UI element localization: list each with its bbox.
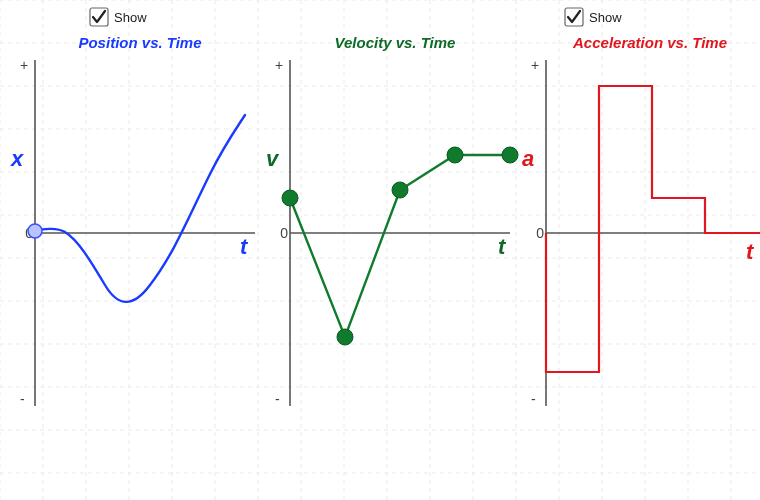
acceleration-xlabel: t [746, 239, 755, 264]
show-label: Show [589, 10, 622, 25]
velocity-plus: + [275, 57, 283, 73]
velocity-point[interactable] [392, 182, 408, 198]
acceleration-panel: Show Acceleration vs. Time + - 0 a t [522, 8, 760, 407]
position-minus: - [20, 391, 25, 407]
show-label: Show [114, 10, 147, 25]
acceleration-minus: - [531, 391, 536, 407]
position-xlabel: t [240, 234, 249, 259]
show-checkbox-acceleration[interactable]: Show [565, 8, 622, 26]
position-plus: + [20, 57, 28, 73]
acceleration-title: Acceleration vs. Time [572, 34, 727, 51]
velocity-zero: 0 [280, 225, 288, 241]
velocity-point[interactable] [337, 329, 353, 345]
position-title: Position vs. Time [78, 34, 201, 51]
velocity-title: Velocity vs. Time [335, 34, 456, 51]
velocity-ylabel: v [266, 146, 280, 171]
velocity-panel: Velocity vs. Time + - 0 v t [266, 34, 518, 407]
velocity-axes [290, 60, 510, 406]
kinematics-charts: Show Position vs. Time + - 0 x t Velocit… [0, 0, 760, 500]
velocity-minus: - [275, 391, 280, 407]
show-checkbox-position[interactable]: Show [90, 8, 147, 26]
acceleration-plus: + [531, 57, 539, 73]
velocity-point[interactable] [282, 190, 298, 206]
background-grid [0, 0, 760, 500]
velocity-point[interactable] [447, 147, 463, 163]
acceleration-ylabel: a [522, 146, 534, 171]
position-ylabel: x [10, 146, 24, 171]
position-start-point[interactable] [28, 224, 42, 238]
acceleration-zero: 0 [536, 225, 544, 241]
velocity-point[interactable] [502, 147, 518, 163]
position-curve [35, 115, 245, 302]
position-panel: Show Position vs. Time + - 0 x t [10, 8, 255, 407]
velocity-xlabel: t [498, 234, 507, 259]
